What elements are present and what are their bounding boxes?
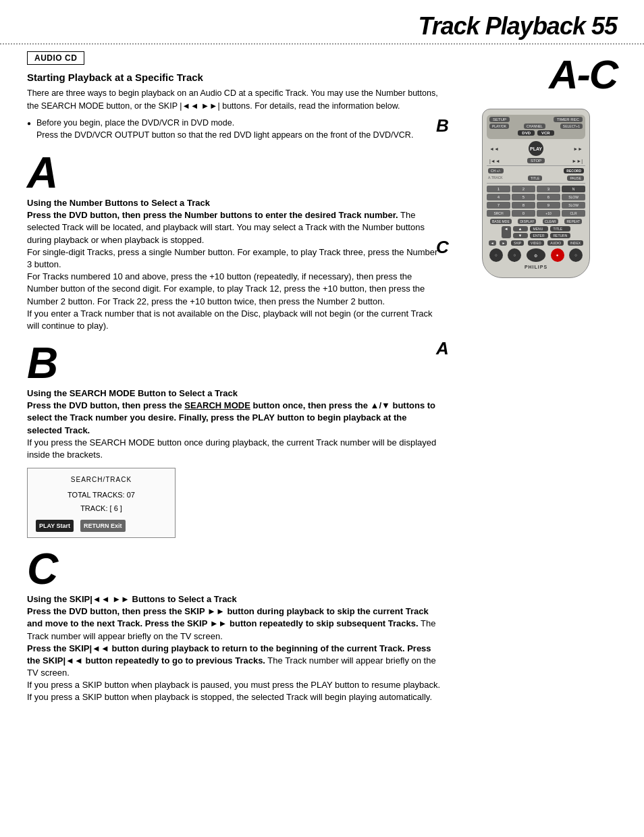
- section-b-subheading: Using the SEARCH MODE Button to Select a…: [27, 387, 441, 461]
- section-a: A Using the Number Buttons to Select a T…: [27, 151, 441, 332]
- section-a-letter: A: [27, 151, 441, 194]
- page-header: Track Playback 55: [0, 0, 644, 45]
- page-title: Track Playback 55: [418, 12, 617, 40]
- display-buttons: PLAY Start RETURN Exit: [36, 520, 167, 532]
- remote-image: SETUP TIMER REC PLAY/OK CHANNEL SELECT+1…: [455, 109, 617, 278]
- display-line1: TOTAL TRACKS: 07: [36, 489, 167, 502]
- left-column: AUDIO CD Starting Playback at a Specific…: [27, 51, 441, 707]
- main-content: AUDIO CD Starting Playback at a Specific…: [0, 51, 644, 707]
- section-a-subheading: Using the Number Buttons to Select a Tra…: [27, 197, 441, 332]
- section-title: Starting Playback at a Specific Track: [27, 72, 441, 83]
- bullet-text: Before you begin, place the DVD/VCR in D…: [27, 117, 441, 142]
- section-c: C Using the SKIP|◄◄ ►► Buttons to Select…: [27, 547, 441, 704]
- section-c-subheading: Using the SKIP|◄◄ ►► Buttons to Select a…: [27, 593, 441, 704]
- display-title: SEARCH/TRACK: [36, 474, 167, 486]
- section-b: B Using the SEARCH MODE Button to Select…: [27, 342, 441, 538]
- search-track-display: SEARCH/TRACK TOTAL TRACKS: 07 TRACK: [ 6…: [27, 468, 176, 538]
- remote-numpad: 1 2 3 N 4 5 6 SLOW 7 8 9 SLOW SR: [487, 186, 585, 217]
- intro-text: There are three ways to begin playback o…: [27, 87, 441, 113]
- section-b-letter: B: [27, 342, 441, 385]
- display-line2: TRACK: [ 6 ]: [36, 502, 167, 516]
- return-exit-button: RETURN Exit: [80, 520, 126, 532]
- right-column: A-C B C A SETUP: [455, 51, 617, 707]
- side-c-label: C: [436, 237, 449, 258]
- side-b-label: B: [436, 115, 449, 136]
- play-start-button: PLAY Start: [36, 520, 74, 532]
- remote-brand: PHILIPS: [487, 265, 585, 269]
- side-a-label: A: [436, 338, 449, 359]
- section-c-letter: C: [27, 547, 441, 591]
- audio-cd-badge: AUDIO CD: [27, 51, 84, 65]
- ac-label: A-C: [549, 51, 617, 98]
- remote-bottom-buttons: ○ ○ ⚙ ● ○: [487, 248, 585, 262]
